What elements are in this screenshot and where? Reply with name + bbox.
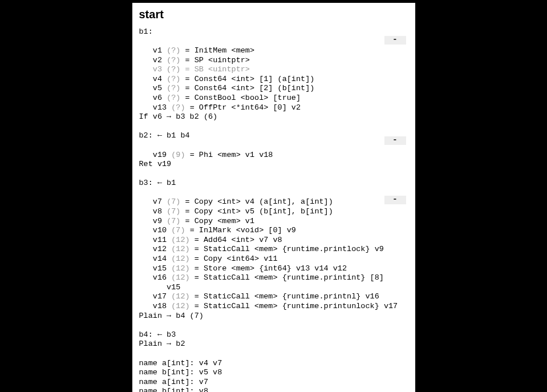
code-line: v14 (12) = Copy <int64> v11: [139, 254, 408, 264]
code-line: name a[int]: v4 v7: [139, 359, 408, 369]
code-line: name b[int]: v8: [139, 387, 408, 392]
code-line: v12 (12) = StaticCall <mem> {runtime.pri…: [139, 245, 408, 254]
code-line: b2: ← b1 b4: [139, 131, 408, 141]
code-line: name b[int]: v5 v8: [139, 368, 408, 378]
code-line: v17 (12) = StaticCall <mem> {runtime.pri…: [139, 292, 408, 302]
collapse-button-b2[interactable]: -: [384, 136, 406, 145]
ssa-panel: start - - - b1: v1 (?) = InitMem <mem> v…: [132, 2, 416, 392]
code-line: Plain → b2: [139, 340, 408, 349]
code-line: v10 (7) = InlMark <void> [0] v9: [139, 226, 408, 236]
code-line: v15: [139, 283, 408, 293]
code-line: v9 (7) = Copy <mem> v1: [139, 217, 408, 227]
collapse-button-b1[interactable]: -: [384, 36, 406, 45]
code-line: b1:: [139, 27, 408, 37]
code-line: v5 (?) = Const64 <int> [2] (b[int]): [139, 84, 408, 94]
code-line: v11 (12) = Add64 <int> v7 v8: [139, 236, 408, 245]
code-line: v3 (?) = SB <uintptr>: [139, 65, 408, 75]
code-line: b4: ← b3: [139, 330, 408, 340]
code-line: v2 (?) = SP <uintptr>: [139, 56, 408, 66]
code-line: v19 (9) = Phi <mem> v1 v18: [139, 151, 408, 160]
code-line: v7 (7) = Copy <int> v4 (a[int], a[int]): [139, 197, 408, 207]
code-line: v6 (?) = ConstBool <bool> [true]: [139, 94, 408, 103]
code-line: v16 (12) = StaticCall <mem> {runtime.pri…: [139, 273, 408, 283]
code-line: b3: ← b1: [139, 179, 408, 188]
code-line: name a[int]: v7: [139, 378, 408, 387]
code-line: v15 (12) = Store <mem> {int64} v13 v14 v…: [139, 264, 408, 274]
code-line: v8 (7) = Copy <int> v5 (b[int], b[int]): [139, 207, 408, 217]
code-line: v18 (12) = StaticCall <mem> {runtime.pri…: [139, 302, 408, 312]
code-listing: b1: v1 (?) = InitMem <mem> v2 (?) = SP <…: [139, 27, 408, 392]
panel-title: start: [139, 7, 408, 22]
code-line: v4 (?) = Const64 <int> [1] (a[int]): [139, 75, 408, 84]
code-line: Plain → b4 (7): [139, 312, 408, 321]
collapse-button-b3[interactable]: -: [384, 196, 406, 204]
code-line: Ret v19: [139, 160, 408, 169]
code-line: v1 (?) = InitMem <mem>: [139, 46, 408, 56]
code-line: v13 (?) = OffPtr <*int64> [0] v2: [139, 103, 408, 113]
code-line: If v6 → b3 b2 (6): [139, 112, 408, 122]
